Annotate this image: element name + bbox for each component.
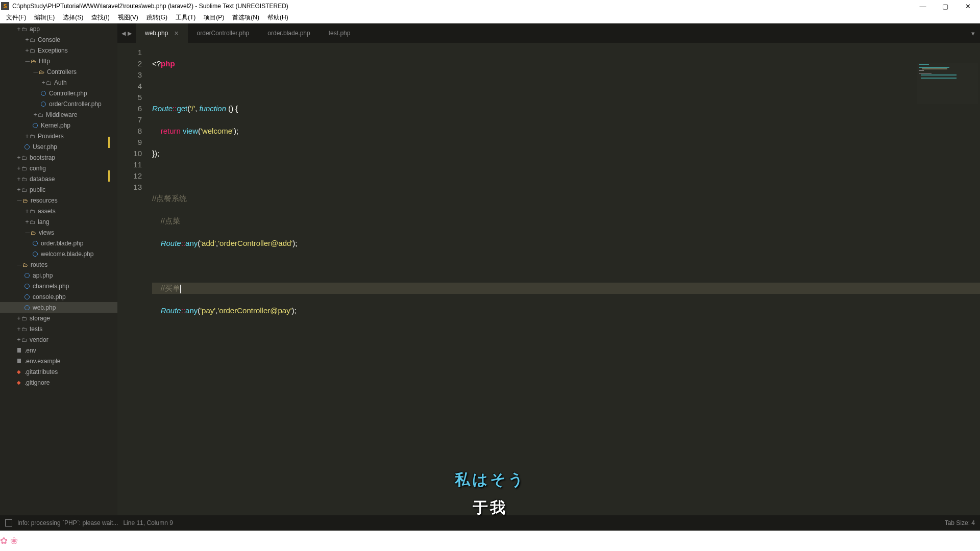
close-button[interactable]: ✕ <box>957 0 979 12</box>
status-tabsize[interactable]: Tab Size: 4 <box>945 519 975 527</box>
code-editor[interactable]: 12345678910111213 <?php Route::get('/', … <box>117 43 980 515</box>
tree-item[interactable]: + 🗀Auth <box>0 77 117 88</box>
tab-close-icon[interactable]: × <box>174 29 178 37</box>
tab-nav-back[interactable]: ◀ <box>121 30 126 37</box>
tree-item[interactable]: channels.php <box>0 281 117 291</box>
menu-file[interactable]: 文件(F) <box>2 12 30 23</box>
tree-item[interactable]: web.php <box>0 302 117 313</box>
tab-nav-forward[interactable]: ▶ <box>128 30 132 37</box>
menu-goto[interactable]: 跳转(G) <box>142 12 172 23</box>
tree-item[interactable]: welcome.blade.php <box>0 248 117 259</box>
tree-item[interactable]: + 🗀lang <box>0 216 117 227</box>
tree-item[interactable]: + 🗀Console <box>0 34 117 45</box>
tree-item[interactable]: + 🗀Middleware <box>0 109 117 120</box>
tab[interactable]: web.php× <box>136 23 188 43</box>
app-icon: S <box>1 2 9 10</box>
tree-item[interactable]: + 🗀config <box>0 163 117 173</box>
tree-item[interactable]: + 🗀Providers <box>0 131 117 141</box>
tree-item[interactable]: + 🗀storage <box>0 313 117 323</box>
menu-project[interactable]: 项目(P) <box>200 12 228 23</box>
tree-item[interactable]: .gitignore <box>0 377 117 388</box>
console-icon[interactable] <box>5 519 12 527</box>
tree-item[interactable]: .env <box>0 345 117 356</box>
sidebar[interactable]: + 🗀app+ 🗀Console+ 🗀Exceptions— 🗁Http— 🗁C… <box>0 23 117 515</box>
tree-item[interactable]: + 🗀bootstrap <box>0 152 117 163</box>
tree-item[interactable]: — 🗁Http <box>0 56 117 66</box>
menu-help[interactable]: 帮助(H) <box>263 12 292 23</box>
tree-item[interactable]: — 🗁Controllers <box>0 66 117 77</box>
line-gutter: 12345678910111213 <box>117 43 148 515</box>
tab-bar: ◀ ▶ web.php×orderController.phporder.bla… <box>117 23 980 43</box>
tree-item[interactable]: Kernel.php <box>0 120 117 131</box>
tree-item[interactable]: order.blade.php <box>0 238 117 248</box>
menu-preferences[interactable]: 首选项(N) <box>228 12 263 23</box>
tree-item[interactable]: + 🗀public <box>0 184 117 195</box>
code-content[interactable]: <?php Route::get('/', function () { retu… <box>148 43 980 515</box>
menu-tools[interactable]: 工具(T) <box>172 12 200 23</box>
tree-item[interactable]: — 🗁views <box>0 227 117 238</box>
floating-widget[interactable]: ✿ ❀ <box>0 531 980 551</box>
status-position[interactable]: Line 11, Column 9 <box>123 519 173 527</box>
minimize-button[interactable]: — <box>912 0 934 12</box>
tree-item[interactable]: + 🗀assets <box>0 206 117 216</box>
window-title: C:\phpStudy\PHPTutorial\WWW\laravel2\rou… <box>12 3 288 10</box>
status-message: Info: processing `PHP`: please wait... <box>17 519 118 527</box>
tree-item[interactable]: .env.example <box>0 356 117 366</box>
tab-overflow[interactable]: ▾ <box>966 23 980 43</box>
menu-find[interactable]: 查找(I) <box>87 12 113 23</box>
tree-item[interactable]: Controller.php <box>0 88 117 98</box>
maximize-button[interactable]: ▢ <box>934 0 957 12</box>
window-controls: — ▢ ✕ <box>912 0 979 12</box>
tree-item[interactable]: + 🗀app <box>0 23 117 34</box>
tree-item[interactable]: .gitattributes <box>0 366 117 377</box>
tree-item[interactable]: User.php <box>0 141 117 152</box>
tree-item[interactable]: + 🗀tests <box>0 323 117 334</box>
tab[interactable]: order.blade.php <box>258 23 319 43</box>
menu-view[interactable]: 视图(V) <box>114 12 142 23</box>
menu-selection[interactable]: 选择(S) <box>59 12 87 23</box>
minimap[interactable] <box>917 63 978 104</box>
tree-item[interactable]: — 🗁routes <box>0 259 117 270</box>
menu-bar: 文件(F) 编辑(E) 选择(S) 查找(I) 视图(V) 跳转(G) 工具(T… <box>0 12 980 23</box>
tree-item[interactable]: + 🗀database <box>0 173 117 184</box>
menu-edit[interactable]: 编辑(E) <box>30 12 59 23</box>
tab[interactable]: test.php <box>320 23 360 43</box>
title-bar: S C:\phpStudy\PHPTutorial\WWW\laravel2\r… <box>0 0 980 12</box>
status-bar: Info: processing `PHP`: please wait... L… <box>0 515 980 531</box>
tree-item[interactable]: + 🗀vendor <box>0 334 117 345</box>
tree-item[interactable]: orderController.php <box>0 98 117 109</box>
tree-item[interactable]: + 🗀Exceptions <box>0 45 117 56</box>
tree-item[interactable]: console.php <box>0 291 117 302</box>
tree-item[interactable]: — 🗁resources <box>0 195 117 206</box>
tab[interactable]: orderController.php <box>188 23 259 43</box>
tree-item[interactable]: api.php <box>0 270 117 281</box>
